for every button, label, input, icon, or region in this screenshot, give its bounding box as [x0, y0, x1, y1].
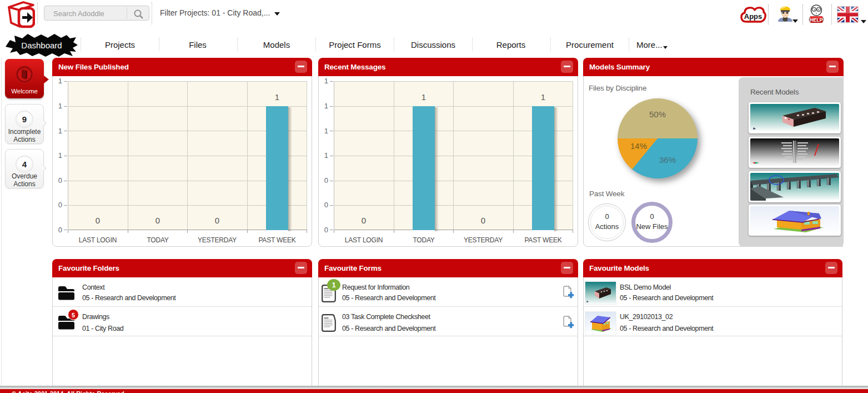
svg-text:Dashboard: Dashboard — [21, 41, 62, 50]
svg-text:Apps: Apps — [744, 12, 762, 21]
svg-text:HELP: HELP — [810, 17, 823, 23]
